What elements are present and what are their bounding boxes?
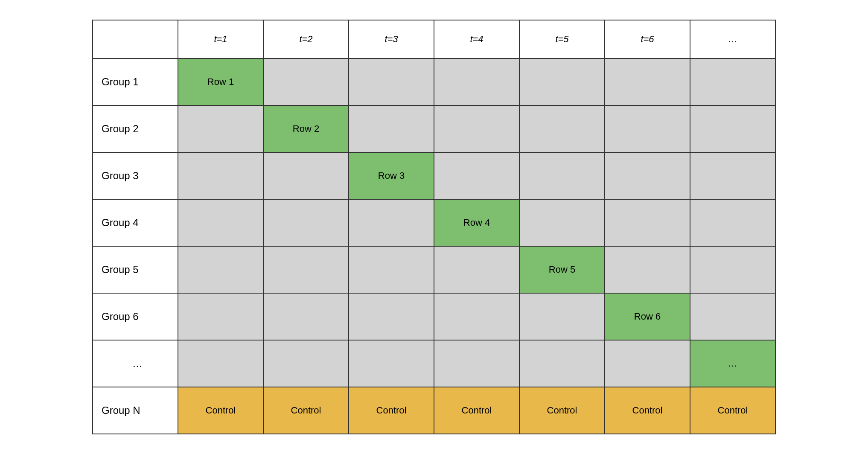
row-label-groupN: Group N [93, 387, 178, 434]
cell-ellipsis-t5 [519, 340, 605, 387]
cell-group1-t1: Row 1 [178, 58, 263, 105]
cell-group6-t3 [349, 293, 434, 340]
cell-group1-t4 [434, 58, 519, 105]
cell-group4-ellipsis [690, 199, 775, 246]
cell-groupN-t1: Control [178, 387, 263, 434]
cell-group3-t6 [605, 152, 690, 199]
row-label-group3: Group 3 [93, 152, 178, 199]
table-row: Group 1 Row 1 [93, 58, 775, 105]
header-t3: t=3 [349, 20, 434, 58]
cell-group2-t4 [434, 105, 519, 152]
cell-group5-t2 [263, 246, 349, 293]
cell-group1-t6 [605, 58, 690, 105]
table-row: … … [93, 340, 775, 387]
cell-groupN-ellipsis: Control [690, 387, 775, 434]
cell-group6-t5 [519, 293, 605, 340]
cell-group2-t1 [178, 105, 263, 152]
cell-group4-t1 [178, 199, 263, 246]
cell-groupN-t3: Control [349, 387, 434, 434]
cell-ellipsis-t1 [178, 340, 263, 387]
cell-ellipsis-ellipsis: … [690, 340, 775, 387]
cell-ellipsis-t3 [349, 340, 434, 387]
header-t5: t=5 [519, 20, 605, 58]
table-row: Group 6 Row 6 [93, 293, 775, 340]
cell-group4-t5 [519, 199, 605, 246]
cell-ellipsis-t2 [263, 340, 349, 387]
cell-group4-t6 [605, 199, 690, 246]
cell-group3-t2 [263, 152, 349, 199]
table-row: Group 4 Row 4 [93, 199, 775, 246]
cell-ellipsis-t6 [605, 340, 690, 387]
row-label-group1: Group 1 [93, 58, 178, 105]
header-ellipsis: … [690, 20, 775, 58]
staggered-treatment-table: t=1 t=2 t=3 t=4 t=5 t=6 … Group 1 Row 1 [92, 20, 776, 434]
cell-group5-t1 [178, 246, 263, 293]
row-label-group6: Group 6 [93, 293, 178, 340]
cell-group3-t4 [434, 152, 519, 199]
header-t4: t=4 [434, 20, 519, 58]
table-row: Group 5 Row 5 [93, 246, 775, 293]
header-t1: t=1 [178, 20, 263, 58]
cell-group2-t2: Row 2 [263, 105, 349, 152]
cell-group1-t2 [263, 58, 349, 105]
cell-group2-ellipsis [690, 105, 775, 152]
cell-groupN-t5: Control [519, 387, 605, 434]
cell-ellipsis-t4 [434, 340, 519, 387]
cell-group2-t3 [349, 105, 434, 152]
cell-group1-ellipsis [690, 58, 775, 105]
row-label-group5: Group 5 [93, 246, 178, 293]
cell-group5-t6 [605, 246, 690, 293]
cell-group5-t3 [349, 246, 434, 293]
header-row: t=1 t=2 t=3 t=4 t=5 t=6 … [93, 20, 775, 58]
header-empty [93, 20, 178, 58]
cell-group5-t4 [434, 246, 519, 293]
table-row: Group N Control Control Control Control … [93, 387, 775, 434]
table-row: Group 2 Row 2 [93, 105, 775, 152]
row-label-ellipsis: … [93, 340, 178, 387]
cell-group3-t1 [178, 152, 263, 199]
table-container: t=1 t=2 t=3 t=4 t=5 t=6 … Group 1 Row 1 [84, 11, 784, 443]
cell-group6-t6: Row 6 [605, 293, 690, 340]
table-row: Group 3 Row 3 [93, 152, 775, 199]
cell-groupN-t6: Control [605, 387, 690, 434]
cell-group4-t3 [349, 199, 434, 246]
cell-group5-ellipsis [690, 246, 775, 293]
row-label-group2: Group 2 [93, 105, 178, 152]
row-label-group4: Group 4 [93, 199, 178, 246]
cell-group6-t2 [263, 293, 349, 340]
cell-group1-t5 [519, 58, 605, 105]
cell-group4-t2 [263, 199, 349, 246]
cell-groupN-t4: Control [434, 387, 519, 434]
cell-group3-t5 [519, 152, 605, 199]
cell-group4-t4: Row 4 [434, 199, 519, 246]
cell-group6-t1 [178, 293, 263, 340]
cell-group2-t6 [605, 105, 690, 152]
cell-group1-t3 [349, 58, 434, 105]
cell-group2-t5 [519, 105, 605, 152]
cell-groupN-t2: Control [263, 387, 349, 434]
cell-group5-t5: Row 5 [519, 246, 605, 293]
cell-group3-ellipsis [690, 152, 775, 199]
cell-group3-t3: Row 3 [349, 152, 434, 199]
header-t6: t=6 [605, 20, 690, 58]
cell-group6-ellipsis [690, 293, 775, 340]
cell-group6-t4 [434, 293, 519, 340]
header-t2: t=2 [263, 20, 349, 58]
